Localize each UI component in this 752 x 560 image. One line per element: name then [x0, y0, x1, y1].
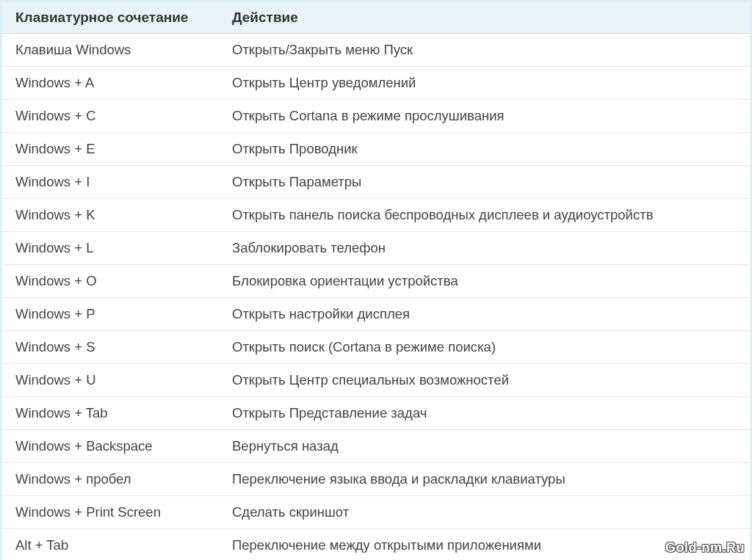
shortcut-cell: Windows + Print Screen: [2, 496, 219, 529]
action-cell: Открыть Центр специальных возможностей: [219, 364, 750, 397]
shortcut-cell: Windows + пробел: [2, 463, 219, 496]
shortcut-cell: Alt + Tab: [2, 529, 219, 561]
action-cell: Открыть/Закрыть меню Пуск: [219, 34, 750, 67]
shortcut-cell: Windows + U: [2, 364, 219, 397]
shortcut-cell: Windows + A: [2, 67, 219, 100]
shortcut-cell: Windows + S: [2, 331, 219, 364]
table-row: Windows + KОткрыть панель поиска беспров…: [2, 199, 750, 232]
table-row: Windows + Print ScreenСделать скриншот: [2, 496, 750, 529]
action-cell: Открыть Центр уведомлений: [219, 67, 750, 100]
shortcuts-table: Клавиатурное сочетание Действие Клавиша …: [2, 2, 750, 560]
shortcut-cell: Windows + O: [2, 265, 219, 298]
table-row: Windows + SОткрыть поиск (Cortana в режи…: [2, 331, 750, 364]
action-cell: Открыть панель поиска беспроводных диспл…: [219, 199, 750, 232]
action-cell: Открыть Представление задач: [219, 397, 750, 430]
table-row: Windows + IОткрыть Параметры: [2, 166, 750, 199]
action-cell: Блокировка ориентации устройства: [219, 265, 750, 298]
shortcut-cell: Windows + E: [2, 133, 219, 166]
action-cell: Заблокировать телефон: [219, 232, 750, 265]
action-cell: Открыть Cortana в режиме прослушивания: [219, 100, 750, 133]
shortcut-cell: Windows + Backspace: [2, 430, 219, 463]
header-action: Действие: [219, 2, 750, 34]
table-row: Windows + EОткрыть Проводник: [2, 133, 750, 166]
action-cell: Вернуться назад: [219, 430, 750, 463]
header-shortcut: Клавиатурное сочетание: [2, 2, 219, 34]
action-cell: Переключение языка ввода и раскладки кла…: [219, 463, 750, 496]
action-cell: Открыть Параметры: [219, 166, 750, 199]
shortcut-cell: Клавиша Windows: [2, 34, 219, 67]
shortcut-cell: Windows + K: [2, 199, 219, 232]
action-cell: Сделать скриншот: [219, 496, 750, 529]
table-row: Windows + пробелПереключение языка ввода…: [2, 463, 750, 496]
table-row: Windows + UОткрыть Центр специальных воз…: [2, 364, 750, 397]
table-row: Windows + BackspaceВернуться назад: [2, 430, 750, 463]
table-row: Windows + TabОткрыть Представление задач: [2, 397, 750, 430]
shortcut-cell: Windows + C: [2, 100, 219, 133]
shortcuts-table-container: Клавиатурное сочетание Действие Клавиша …: [2, 2, 750, 558]
watermark: Gold-nm.Ru: [665, 540, 745, 556]
action-cell: Открыть поиск (Cortana в режиме поиска): [219, 331, 750, 364]
table-row: Windows + OБлокировка ориентации устройс…: [2, 265, 750, 298]
table-row: Alt + TabПереключение между открытыми пр…: [2, 529, 750, 561]
table-row: Windows + CОткрыть Cortana в режиме прос…: [2, 100, 750, 133]
shortcut-cell: Windows + L: [2, 232, 219, 265]
table-row: Windows + PОткрыть настройки дисплея: [2, 298, 750, 331]
shortcut-cell: Windows + P: [2, 298, 219, 331]
table-row: Windows + LЗаблокировать телефон: [2, 232, 750, 265]
action-cell: Открыть настройки дисплея: [219, 298, 750, 331]
shortcut-cell: Windows + I: [2, 166, 219, 199]
table-body: Клавиша WindowsОткрыть/Закрыть меню Пуск…: [2, 34, 750, 561]
table-row: Windows + AОткрыть Центр уведомлений: [2, 67, 750, 100]
action-cell: Открыть Проводник: [219, 133, 750, 166]
shortcut-cell: Windows + Tab: [2, 397, 219, 430]
table-header: Клавиатурное сочетание Действие: [2, 2, 750, 34]
table-row: Клавиша WindowsОткрыть/Закрыть меню Пуск: [2, 34, 750, 67]
